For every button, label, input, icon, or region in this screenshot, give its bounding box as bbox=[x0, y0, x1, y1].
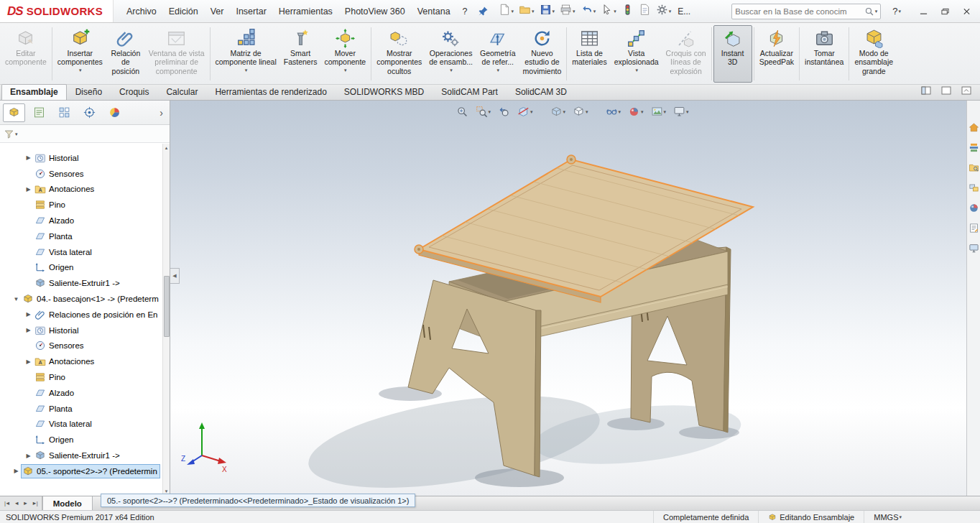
tree-item[interactable]: ▶Relaciones de posición en En bbox=[0, 307, 170, 323]
menu-item[interactable]: ? bbox=[457, 4, 473, 19]
save-button[interactable]: ▾ bbox=[537, 2, 558, 20]
prev-tab-button[interactable]: ◄ bbox=[11, 500, 20, 506]
expand-arrow-icon[interactable]: ▶ bbox=[24, 186, 33, 193]
tree-item[interactable]: Origen bbox=[0, 432, 170, 448]
minimize-button[interactable] bbox=[912, 3, 934, 20]
select-button[interactable]: ▾ bbox=[598, 2, 619, 20]
tree-item[interactable]: Sensores bbox=[0, 338, 170, 354]
solidworks-resources-button[interactable] bbox=[969, 243, 979, 256]
ribbon-nuevo-estudio-de-movimiento[interactable]: Nuevo estudio de movimiento bbox=[519, 25, 565, 83]
graphics-area[interactable]: ▾▾▾▾▾▾▾▾ Z X ◀ bbox=[170, 101, 966, 496]
dock-pane-icon[interactable] bbox=[921, 85, 931, 98]
tree-item[interactable]: Planta bbox=[0, 401, 170, 417]
tree-item[interactable]: ▶05.- soporte<2>->? (Predetermin bbox=[0, 463, 170, 479]
ribbon-instant-3d[interactable]: Instant 3D bbox=[713, 25, 752, 83]
section-view-button[interactable]: ▾ bbox=[515, 104, 535, 119]
collapse-ribbon-icon[interactable] bbox=[961, 85, 971, 98]
last-tab-button[interactable]: ►| bbox=[29, 500, 39, 506]
ribbon-matriz-componente-lineal[interactable]: Matriz de componente lineal▾ bbox=[212, 25, 280, 83]
zoom-to-area-button[interactable]: ▾ bbox=[473, 104, 493, 119]
panel-flyout-arrow[interactable]: ◀ bbox=[170, 268, 180, 284]
view-settings-button[interactable]: ▾ bbox=[671, 104, 691, 119]
appearance-shortcut-button[interactable]: E... bbox=[674, 5, 694, 18]
ribbon-mover-componente[interactable]: Mover componente▾ bbox=[320, 25, 369, 83]
ribbon-smart-fasteners[interactable]: Smart Fasteners bbox=[280, 25, 321, 83]
new-document-button[interactable]: ▾ bbox=[496, 2, 517, 20]
tab-ensamblaje[interactable]: Ensamblaje bbox=[1, 84, 67, 100]
knowledge-search-input[interactable]: Buscar en la Base de conocim ▾ bbox=[731, 4, 881, 19]
help-button[interactable]: ?▾ bbox=[887, 6, 907, 17]
panel-tab-featuremanager[interactable] bbox=[3, 103, 25, 122]
menu-insertar[interactable]: Insertar bbox=[230, 4, 272, 19]
next-tab-button[interactable]: ► bbox=[21, 500, 29, 506]
ribbon-tomar-instantanea[interactable]: Tomar instantánea bbox=[801, 25, 847, 83]
tree-item[interactable]: Alzado bbox=[0, 385, 170, 401]
scrollbar-thumb[interactable] bbox=[164, 276, 170, 337]
ribbon-insertar-componentes[interactable]: Insertar componentes▾ bbox=[54, 25, 106, 83]
model-tab[interactable]: Modelo bbox=[42, 496, 93, 510]
file-explorer-button[interactable] bbox=[969, 162, 979, 176]
ribbon-modo-ensamblaje-grande[interactable]: Modo de ensamblaje grande bbox=[851, 25, 897, 83]
tree-filter[interactable]: ▾ bbox=[0, 125, 170, 143]
tree-item[interactable]: Saliente-Extruir1 -> bbox=[0, 275, 170, 291]
tree-scrollbar[interactable]: ▴ ▾ bbox=[162, 144, 170, 496]
undo-button[interactable]: ▾ bbox=[578, 2, 598, 20]
custom-properties-button[interactable] bbox=[969, 223, 979, 236]
tree-item[interactable]: ▶Saliente-Extruir1 -> bbox=[0, 448, 170, 463]
ribbon-mostrar-componentes-ocultos[interactable]: Mostrar componentes ocultos bbox=[373, 25, 425, 83]
close-button[interactable] bbox=[956, 3, 977, 20]
collapse-arrow-icon[interactable]: ▼ bbox=[11, 296, 21, 302]
first-tab-button[interactable]: |◄ bbox=[2, 500, 11, 506]
tree-item[interactable]: Planta bbox=[0, 228, 170, 244]
panel-tab-propertymanager[interactable] bbox=[28, 103, 50, 122]
hide-show-items-button[interactable]: ▾ bbox=[604, 104, 624, 119]
model-3d-view[interactable] bbox=[170, 101, 966, 496]
tree-item[interactable]: ▶Historial bbox=[0, 150, 170, 166]
expand-arrow-icon[interactable]: ▶ bbox=[24, 154, 33, 161]
apply-scene-button[interactable]: ▾ bbox=[649, 104, 669, 119]
rebuild-button[interactable] bbox=[619, 2, 636, 20]
menu-ventana[interactable]: Ventana bbox=[412, 4, 456, 19]
zoom-to-fit-button[interactable] bbox=[453, 104, 470, 119]
ribbon-operaciones-de-ensamblaje[interactable]: Operaciones de ensamb...▾ bbox=[425, 25, 476, 83]
tree-item[interactable]: Pino bbox=[0, 197, 170, 213]
tree-item[interactable]: Alzado bbox=[0, 213, 170, 228]
tab-solidcam-part[interactable]: SolidCAM Part bbox=[433, 84, 507, 100]
search-icon[interactable] bbox=[864, 6, 874, 17]
tree-item[interactable]: ▶Historial bbox=[0, 323, 170, 338]
search-caret-icon[interactable]: ▾ bbox=[875, 9, 878, 14]
tree-item[interactable]: ▶AAnotaciones bbox=[0, 182, 170, 198]
print-button[interactable]: ▾ bbox=[558, 2, 578, 20]
panel-tabs-overflow-icon[interactable]: › bbox=[156, 107, 167, 119]
pin-menu-icon[interactable] bbox=[476, 4, 491, 19]
tab-calcular[interactable]: Calcular bbox=[157, 84, 206, 100]
menu-photoview-360[interactable]: PhotoView 360 bbox=[339, 4, 411, 19]
home-button[interactable] bbox=[969, 122, 979, 136]
view-palette-button[interactable] bbox=[969, 182, 979, 196]
edit-appearance-button[interactable]: ▾ bbox=[626, 104, 646, 119]
previous-view-button[interactable] bbox=[496, 104, 512, 119]
appearances-scenes-button[interactable] bbox=[969, 203, 979, 216]
tab-herramientas-de-renderizado[interactable]: Herramientas de renderizado bbox=[206, 84, 335, 100]
file-properties-button[interactable] bbox=[637, 2, 653, 20]
view-orientation-button[interactable]: ▾ bbox=[548, 104, 568, 119]
panel-tab-configurationmanager[interactable] bbox=[53, 103, 75, 122]
design-library-button[interactable] bbox=[969, 142, 979, 156]
expand-arrow-icon[interactable]: ▶ bbox=[24, 311, 33, 318]
expand-arrow-icon[interactable]: ▶ bbox=[24, 327, 33, 333]
full-pane-icon[interactable] bbox=[941, 85, 951, 98]
menu-herramientas[interactable]: Herramientas bbox=[273, 4, 338, 19]
expand-arrow-icon[interactable]: ▶ bbox=[24, 453, 33, 459]
ribbon-lista-de-materiales[interactable]: Lista de materiales bbox=[568, 25, 610, 83]
tree-item[interactable]: Vista lateral bbox=[0, 244, 170, 260]
tab-croquis[interactable]: Croquis bbox=[111, 84, 157, 100]
ribbon-ventana-vista-preliminar[interactable]: Ventana de vista preliminar de component… bbox=[145, 25, 208, 83]
tree-item[interactable]: ▼04.- basecajon<1> -> (Predeterm bbox=[0, 291, 170, 307]
menu-ver[interactable]: Ver bbox=[205, 4, 230, 19]
menu-archivo[interactable]: Archivo bbox=[121, 4, 162, 19]
panel-tab-dimxpertmanager[interactable] bbox=[78, 103, 101, 122]
open-button[interactable]: ▾ bbox=[517, 2, 537, 20]
ribbon-vista-explosionada[interactable]: Vista explosionada▾ bbox=[611, 25, 662, 83]
expand-arrow-icon[interactable]: ▶ bbox=[24, 358, 33, 365]
tree-item[interactable]: ▶AAnotaciones bbox=[0, 353, 170, 369]
